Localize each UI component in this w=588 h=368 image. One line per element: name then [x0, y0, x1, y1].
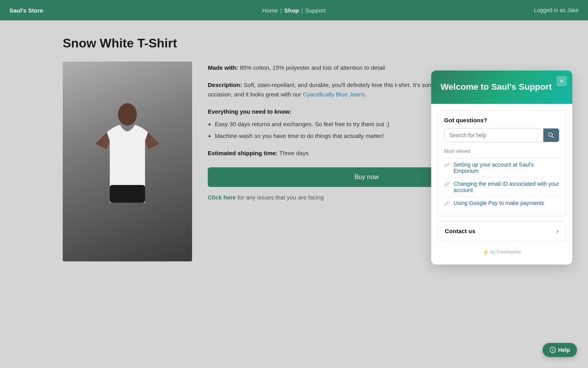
- search-button[interactable]: [543, 129, 559, 142]
- product-title: Snow White T-Shirt: [63, 36, 525, 51]
- help-fab-label: Help: [558, 347, 570, 353]
- support-widget: Welcome to Saul's Support ✕ Got question…: [431, 71, 572, 265]
- svg-rect-1: [110, 185, 145, 203]
- contact-section[interactable]: Contact us ›: [437, 221, 566, 241]
- issue-text: for any issues that you are facing: [236, 194, 324, 201]
- svg-text:?: ?: [552, 348, 554, 352]
- widget-close-button[interactable]: ✕: [557, 76, 567, 86]
- freshworks-icon: ⚡: [483, 249, 489, 255]
- nav-support[interactable]: Support: [305, 7, 326, 14]
- blue-jeans-link[interactable]: Cyantifically Blue Jeans.: [303, 91, 367, 98]
- description-label: Description:: [208, 82, 242, 88]
- widget-title: Welcome to Saul's Support: [441, 82, 563, 93]
- help-circle-icon: ?: [550, 347, 556, 353]
- help-item-1[interactable]: ☍ Setting up your account at Saul's Empo…: [444, 158, 559, 177]
- svg-line-3: [552, 136, 554, 138]
- got-questions-label: Got questions?: [444, 117, 559, 123]
- contact-chevron-icon: ›: [557, 228, 559, 235]
- most-viewed-label: Most viewed: [444, 149, 559, 154]
- help-item-1-text: Setting up your account at Saul's Empori…: [454, 161, 559, 174]
- powered-by: ⚡ by Freshworks: [437, 246, 566, 258]
- shipping-value: Three days: [278, 150, 309, 156]
- powered-by-text: by Freshworks: [490, 249, 521, 255]
- contact-label: Contact us: [445, 228, 475, 234]
- navbar: Saul's Store Home | Shop | Support Logge…: [0, 0, 588, 20]
- search-input[interactable]: [445, 129, 543, 142]
- made-with-value: 85% cotton, 15% polyester and lots of at…: [238, 64, 385, 71]
- help-item-2[interactable]: ☍ Changing the email ID associated with …: [444, 177, 559, 196]
- nav-shop[interactable]: Shop: [284, 7, 299, 14]
- product-image: [63, 62, 192, 261]
- help-item-3-text: Using Google Pay to make payments: [454, 200, 544, 206]
- product-tshirt-svg: [76, 103, 178, 220]
- nav-brand: Saul's Store: [9, 7, 43, 14]
- help-item-2-text: Changing the email ID associated with yo…: [454, 181, 559, 193]
- help-search-section: Got questions? Most viewed ☍ Setting up …: [437, 110, 566, 216]
- widget-body: Got questions? Most viewed ☍ Setting up …: [431, 104, 572, 265]
- click-here-link[interactable]: Click here: [208, 194, 236, 201]
- help-item-3[interactable]: ☍ Using Google Pay to make payments: [444, 196, 559, 210]
- help-item-3-icon: ☍: [444, 200, 450, 207]
- shipping-label: Estimated shipping time:: [208, 150, 278, 156]
- nav-user: Logged in as Jake: [534, 7, 579, 13]
- help-fab-button[interactable]: ? Help: [543, 343, 577, 357]
- search-icon: [548, 132, 554, 138]
- made-with-label: Made with:: [208, 64, 238, 71]
- search-box: [444, 128, 559, 142]
- svg-point-0: [118, 103, 137, 126]
- nav-links: Home | Shop | Support: [262, 7, 326, 14]
- product-image-inner: [63, 62, 192, 261]
- help-item-2-icon: ☍: [444, 181, 450, 187]
- help-item-1-icon: ☍: [444, 162, 450, 168]
- widget-header: Welcome to Saul's Support ✕: [431, 71, 572, 104]
- nav-home[interactable]: Home: [262, 7, 278, 14]
